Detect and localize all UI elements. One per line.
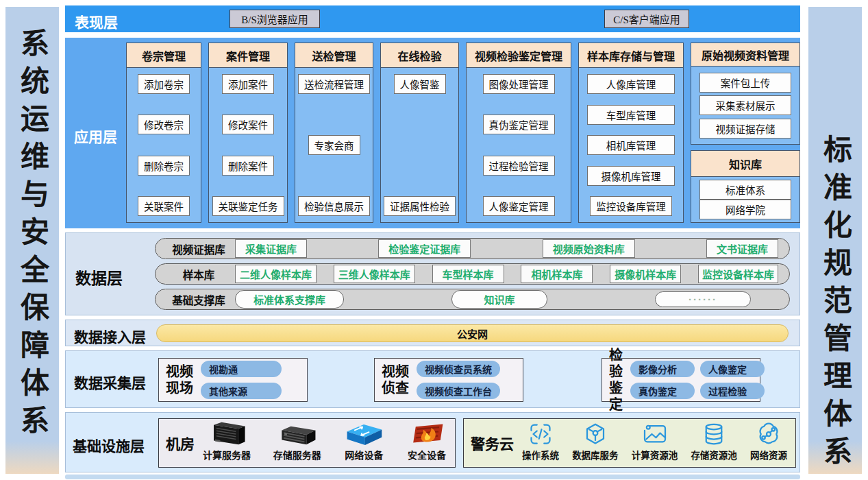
app-item: 摄像机库管理 <box>587 166 675 186</box>
app-item: 网络学院 <box>699 200 791 219</box>
app-item: 人像鉴定管理 <box>483 196 555 216</box>
presentation-layer-label: 表现层 <box>75 11 118 32</box>
cloud-caption: 网络资源 <box>750 448 787 461</box>
left-pillar-text: 系统运维与安全保障体系 <box>12 28 53 443</box>
group-label-line: 现场 <box>166 380 193 396</box>
db-box: 文书证据库 <box>706 239 778 258</box>
cloud-caption: 操作系统 <box>522 448 559 461</box>
app-item: 添加案件 <box>222 74 274 94</box>
data-layer-label: 数据层 <box>75 265 123 289</box>
column-video-inspection-management: 视频检验鉴定管理 图像处理管理 真伪鉴定管理 过程检验管理 人像鉴定管理 <box>466 43 571 223</box>
cs-client-app-box: C/S客户端应用 <box>604 10 689 28</box>
db-pill: 知识库 <box>451 290 547 309</box>
column-header: 知识库 <box>691 151 799 177</box>
compute-server-icon <box>206 420 248 446</box>
row-label: 视频证据库 <box>162 241 235 256</box>
db-box: 三维人像样本库 <box>334 265 415 283</box>
storage-pool-icon <box>702 422 726 446</box>
storage-server-icon <box>276 423 319 446</box>
db-box: 视频原始资料库 <box>543 239 635 258</box>
source-pill: 人像鉴定 <box>700 361 765 377</box>
row-label: 基础支撑库 <box>162 292 235 307</box>
cloud-caption: 数据库服务 <box>572 448 619 461</box>
row-label: 样本库 <box>162 267 235 282</box>
app-item: 相机库管理 <box>587 135 675 155</box>
cloud-caption: 计算资源池 <box>632 448 678 461</box>
column-header: 案件管理 <box>209 43 287 68</box>
left-pillar: 系统运维与安全保障体系 <box>5 7 59 474</box>
app-item: 图像处理管理 <box>483 74 555 94</box>
bottom-accent-strip <box>65 475 800 479</box>
access-layer-band: 数据接入层 公安网 <box>65 320 800 346</box>
compute-pool-item: 计算资源池 <box>632 422 678 461</box>
column-online-inspection: 在线检验 人像智鉴 证据属性检验 <box>380 43 459 223</box>
architecture-diagram: 系统运维与安全保障体系 标准化规范管理体系 表现层 B/S浏览器应用 C/S客户… <box>0 0 868 480</box>
storage-pool-item: 存储资源池 <box>691 422 737 461</box>
police-cloud-box: 警务云 操作系统 <box>463 418 796 468</box>
infrastructure-layer-band: 基础设施层 机房 计算 <box>65 412 800 472</box>
collection-layer-band: 数据采集层 视频 现场 视勘通 其他来源 视频 侦查 视频侦查员系统 <box>65 350 800 408</box>
db-box: 摄像机样本库 <box>610 265 681 283</box>
column-original-video-material: 原始视频资料管理 案件包上传 采集素材展示 视频证据存储 知识库 标准体系 网络… <box>691 43 800 223</box>
sample-library-row: 样本库 二维人像样本库 三维人像样本库 车型样本库 相机样本库 摄像机样本库 监… <box>155 263 790 285</box>
bs-browser-app-box: B/S浏览器应用 <box>230 10 320 28</box>
column-header: 样本库存储与管理 <box>579 43 683 68</box>
public-security-network-bar: 公安网 <box>156 324 789 342</box>
app-item: 真伪鉴定管理 <box>483 115 555 134</box>
source-pill: 视勘通 <box>201 361 282 377</box>
app-item: 过程检验管理 <box>483 156 555 176</box>
application-columns: 卷宗管理 添加卷宗 修改卷宗 删除卷宗 关联案件 案件管理 添加案件 修改案件 … <box>126 43 795 223</box>
network-resource-icon <box>756 422 781 446</box>
collection-layer-label: 数据采集层 <box>74 372 146 392</box>
app-item: 监控设备库管理 <box>590 196 672 216</box>
presentation-layer-band: 表现层 B/S浏览器应用 C/S客户端应用 <box>65 5 800 32</box>
db-box: 采集证据库 <box>235 239 307 258</box>
compute-server-item: 计算服务器 <box>203 420 251 461</box>
db-pill: 标准体系支撑库 <box>235 290 344 309</box>
db-box: 监控设备样本库 <box>698 265 778 283</box>
compute-pool-icon <box>642 422 668 446</box>
source-pill: 其他来源 <box>201 383 282 399</box>
security-device-item: 安全设备 <box>407 422 447 461</box>
video-scene-group: 视频 现场 视勘通 其他来源 <box>158 358 308 402</box>
column-header: 送检管理 <box>295 43 373 68</box>
app-item: 关联鉴定任务 <box>212 196 284 216</box>
knowledge-base-subbox: 知识库 标准体系 网络学院 <box>691 150 800 223</box>
app-item: 案件包上传 <box>699 73 791 93</box>
group-label-line: 视频 <box>382 363 409 380</box>
app-item: 添加卷宗 <box>138 74 190 94</box>
column-case-management: 案件管理 添加案件 修改案件 删除案件 关联鉴定任务 <box>208 43 288 223</box>
app-item: 修改卷宗 <box>138 115 190 134</box>
inspection-appraisal-group: 检验 鉴定 影像分析 人像鉴定 真伪鉴定 过程检验 <box>602 358 760 402</box>
data-layer-band: 数据层 视频证据库 采集证据库 检验鉴定证据库 视频原始资料库 文书证据库 样本… <box>65 232 800 315</box>
server-room-box: 机房 计算服务器 <box>158 418 456 468</box>
app-item: 人像库管理 <box>587 74 675 94</box>
right-pillar-text: 标准化规范管理体系 <box>815 134 856 474</box>
storage-server-item: 存储服务器 <box>273 423 321 461</box>
app-item: 人像智鉴 <box>394 74 446 94</box>
column-sample-library-management: 样本库存储与管理 人像库管理 车型库管理 相机库管理 摄像机库管理 监控设备库管… <box>578 43 684 223</box>
application-layer-band: 应用层 卷宗管理 添加卷宗 修改卷宗 删除卷宗 关联案件 案件管理 添加案件 <box>65 38 800 228</box>
column-header: 在线检验 <box>381 43 458 68</box>
network-switch-icon <box>343 422 384 446</box>
column-header: 卷宗管理 <box>127 43 201 68</box>
os-icon <box>528 422 553 446</box>
group-label-line: 检验 <box>609 347 623 380</box>
source-pill: 过程检验 <box>700 383 765 399</box>
cloud-caption: 存储资源池 <box>691 448 737 461</box>
app-item: 车型库管理 <box>587 105 675 125</box>
app-item: 修改案件 <box>222 115 274 134</box>
app-item: 标准体系 <box>699 180 791 200</box>
db-box: 二维人像样本库 <box>235 265 317 283</box>
os-item: 操作系统 <box>522 422 559 461</box>
infrastructure-layer-label: 基础设施层 <box>73 435 145 455</box>
database-service-icon <box>583 422 608 446</box>
source-pill: 影像分析 <box>630 361 695 377</box>
database-service-item: 数据库服务 <box>572 422 619 461</box>
network-device-item: 网络设备 <box>343 422 384 461</box>
column-header: 原始视频资料管理 <box>691 43 799 67</box>
db-box: 车型样本库 <box>432 265 504 283</box>
source-pill: 视频侦查员系统 <box>417 361 500 377</box>
group-label-line: 侦查 <box>382 380 409 396</box>
app-item: 关联案件 <box>138 196 190 216</box>
